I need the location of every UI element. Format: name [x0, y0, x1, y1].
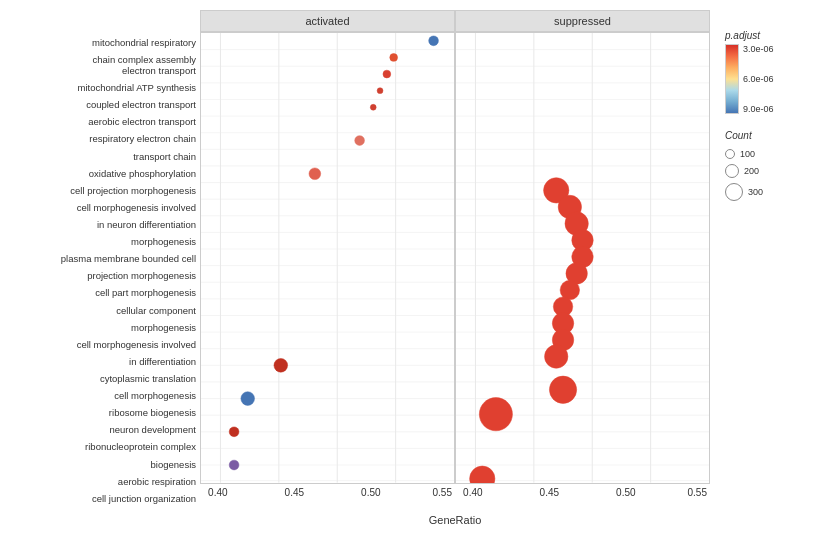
x-tick: 0.55: [433, 487, 452, 498]
y-label: ribosome biogenesis: [10, 408, 196, 419]
chart-container: mitochondrial respiratory chain complex …: [0, 0, 820, 545]
y-label: biogenesis: [10, 460, 196, 471]
dot: [479, 398, 512, 431]
y-label: cell morphogenesis: [10, 391, 196, 402]
y-label: cellular component: [10, 306, 196, 317]
y-label: respiratory electron chain: [10, 134, 196, 145]
x-tick: 0.50: [361, 487, 380, 498]
y-label: cell morphogenesis involved: [10, 203, 196, 214]
color-bar: [725, 44, 739, 114]
y-label: neuron development: [10, 425, 196, 436]
y-label: in neuron differentiation: [10, 220, 196, 231]
dot: [390, 54, 398, 62]
suppressed-svg: [456, 33, 709, 483]
x-tick: 0.45: [285, 487, 304, 498]
dot: [229, 427, 239, 437]
dot: [309, 168, 321, 180]
dot: [355, 136, 365, 146]
x-tick: 0.40: [208, 487, 227, 498]
y-label: aerobic electron transport: [10, 117, 196, 128]
activated-panel-header: activated: [200, 10, 455, 32]
y-label: in differentiation: [10, 357, 196, 368]
activated-panel: [200, 32, 455, 484]
panels-header: activated suppressed: [200, 10, 710, 32]
y-label: cell morphogenesis involved: [10, 340, 196, 351]
size-legend-title: Count: [725, 130, 810, 141]
y-label: mitochondrial respiratory: [10, 38, 196, 49]
y-label: cytoplasmic translation: [10, 374, 196, 385]
size-circle-200: [725, 164, 739, 178]
size-legend-item-200: 200: [725, 164, 810, 178]
x-axis-title: GeneRatio: [200, 514, 710, 530]
y-axis-labels: mitochondrial respiratory chain complex …: [0, 10, 200, 505]
color-legend: p.adjust 3.0e-06 6.0e-06 9.0e-06: [725, 30, 810, 114]
y-label: plasma membrane bounded cell: [10, 254, 196, 265]
y-label: oxidative phosphorylation: [10, 169, 196, 180]
dot: [241, 392, 255, 406]
y-label: chain complex assemblyelectron transport: [10, 55, 196, 77]
x-tick: 0.50: [616, 487, 635, 498]
y-label: morphogenesis: [10, 323, 196, 334]
x-tick: 0.40: [463, 487, 482, 498]
x-tick: 0.55: [688, 487, 707, 498]
y-label: mitochondrial ATP synthesis: [10, 83, 196, 94]
size-label-300: 300: [748, 187, 763, 197]
color-label-min: 3.0e-06: [743, 44, 774, 54]
y-label: cell part morphogenesis: [10, 288, 196, 299]
size-label-200: 200: [744, 166, 759, 176]
y-label: transport chain: [10, 152, 196, 163]
dot: [274, 358, 288, 372]
y-label: projection morphogenesis: [10, 271, 196, 282]
y-label: cell junction organization: [10, 494, 196, 505]
size-circle-100: [725, 149, 735, 159]
y-label: cell projection morphogenesis: [10, 186, 196, 197]
x-tick: 0.45: [540, 487, 559, 498]
y-label: coupled electron transport: [10, 100, 196, 111]
dot: [429, 36, 439, 46]
dot: [370, 104, 376, 110]
color-label-max: 9.0e-06: [743, 104, 774, 114]
size-label-100: 100: [740, 149, 755, 159]
activated-svg: [201, 33, 454, 483]
y-label: aerobic respiration: [10, 477, 196, 488]
dot: [229, 460, 239, 470]
dot: [383, 70, 391, 78]
dot: [470, 466, 495, 483]
panels-body: [200, 32, 710, 484]
dot: [377, 88, 383, 94]
color-label-mid: 6.0e-06: [743, 74, 774, 84]
y-label: ribonucleoprotein complex: [10, 442, 196, 453]
size-circle-300: [725, 183, 743, 201]
y-label: morphogenesis: [10, 237, 196, 248]
size-legend-item-100: 100: [725, 149, 810, 159]
suppressed-panel: [455, 32, 710, 484]
color-legend-title: p.adjust: [725, 30, 760, 41]
dot: [549, 376, 576, 403]
size-legend: Count 100 200 300: [725, 130, 810, 201]
suppressed-panel-header: suppressed: [455, 10, 710, 32]
legend-area: p.adjust 3.0e-06 6.0e-06 9.0e-06 Count: [710, 10, 820, 514]
dot: [545, 345, 568, 368]
size-legend-item-300: 300: [725, 183, 810, 201]
